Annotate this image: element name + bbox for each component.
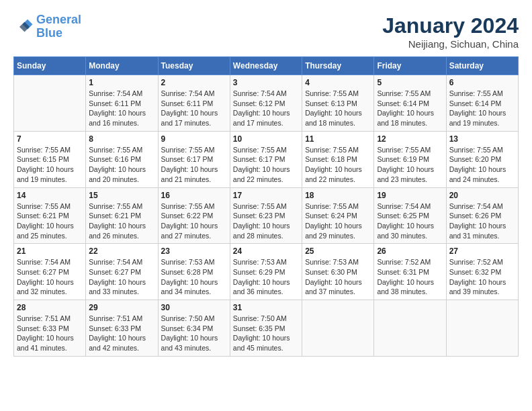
day-number: 19 xyxy=(377,191,443,200)
day-info: Sunrise: 7:55 AMSunset: 6:15 PMDaylight:… xyxy=(17,145,83,185)
day-info: Sunrise: 7:54 AMSunset: 6:11 PMDaylight:… xyxy=(161,89,227,128)
day-info: Sunrise: 7:54 AMSunset: 6:25 PMDaylight:… xyxy=(377,201,443,241)
weekday-header: Tuesday xyxy=(158,57,230,75)
day-info: Sunrise: 7:55 AMSunset: 6:23 PMDaylight:… xyxy=(233,201,299,241)
day-number: 11 xyxy=(305,134,371,144)
day-number: 15 xyxy=(89,191,154,200)
weekday-header: Thursday xyxy=(302,57,374,75)
calendar-cell: 26Sunrise: 7:52 AMSunset: 6:31 PMDayligh… xyxy=(374,244,446,300)
day-info: Sunrise: 7:55 AMSunset: 6:22 PMDaylight:… xyxy=(161,201,227,241)
day-info: Sunrise: 7:54 AMSunset: 6:12 PMDaylight:… xyxy=(233,89,299,128)
calendar-cell: 9Sunrise: 7:55 AMSunset: 6:17 PMDaylight… xyxy=(158,131,230,187)
day-info: Sunrise: 7:55 AMSunset: 6:14 PMDaylight:… xyxy=(377,89,443,128)
calendar-cell: 14Sunrise: 7:55 AMSunset: 6:21 PMDayligh… xyxy=(14,187,86,244)
logo: General Blue xyxy=(13,13,81,40)
logo-line1: General xyxy=(36,13,81,26)
day-info: Sunrise: 7:55 AMSunset: 6:18 PMDaylight:… xyxy=(305,145,371,185)
logo-text: General Blue xyxy=(36,13,81,40)
day-info: Sunrise: 7:55 AMSunset: 6:13 PMDaylight:… xyxy=(305,89,371,128)
day-number: 28 xyxy=(17,303,83,312)
calendar-cell xyxy=(302,300,374,357)
calendar-cell: 31Sunrise: 7:50 AMSunset: 6:35 PMDayligh… xyxy=(230,300,302,357)
weekday-row: SundayMondayTuesdayWednesdayThursdayFrid… xyxy=(14,57,519,75)
calendar-week-row: 14Sunrise: 7:55 AMSunset: 6:21 PMDayligh… xyxy=(14,187,519,244)
page-header: General Blue January 2024 Neijiang, Sich… xyxy=(13,13,519,50)
calendar-cell: 1Sunrise: 7:54 AMSunset: 6:11 PMDaylight… xyxy=(86,75,158,132)
calendar-cell: 8Sunrise: 7:55 AMSunset: 6:16 PMDaylight… xyxy=(86,131,158,187)
calendar-cell: 30Sunrise: 7:50 AMSunset: 6:34 PMDayligh… xyxy=(158,300,230,357)
day-number: 13 xyxy=(449,134,515,144)
day-number: 27 xyxy=(449,246,515,256)
calendar-cell: 21Sunrise: 7:54 AMSunset: 6:27 PMDayligh… xyxy=(14,244,86,300)
calendar-header: SundayMondayTuesdayWednesdayThursdayFrid… xyxy=(14,57,519,75)
month-title: January 2024 xyxy=(382,13,519,38)
calendar-cell: 3Sunrise: 7:54 AMSunset: 6:12 PMDaylight… xyxy=(230,75,302,132)
calendar-cell xyxy=(446,300,518,357)
calendar-cell: 6Sunrise: 7:55 AMSunset: 6:14 PMDaylight… xyxy=(446,75,518,132)
logo-line2: Blue xyxy=(36,26,62,40)
location: Neijiang, Sichuan, China xyxy=(382,38,519,50)
day-info: Sunrise: 7:51 AMSunset: 6:33 PMDaylight:… xyxy=(17,314,83,353)
calendar-cell: 10Sunrise: 7:55 AMSunset: 6:17 PMDayligh… xyxy=(230,131,302,187)
day-info: Sunrise: 7:55 AMSunset: 6:17 PMDaylight:… xyxy=(161,145,227,185)
calendar-table: SundayMondayTuesdayWednesdayThursdayFrid… xyxy=(13,56,519,357)
day-number: 31 xyxy=(233,303,299,312)
weekday-header: Sunday xyxy=(14,57,86,75)
calendar-cell: 28Sunrise: 7:51 AMSunset: 6:33 PMDayligh… xyxy=(14,300,86,357)
day-info: Sunrise: 7:54 AMSunset: 6:11 PMDaylight:… xyxy=(89,89,154,128)
day-number: 18 xyxy=(305,191,371,200)
day-number: 26 xyxy=(377,246,443,256)
calendar-cell: 17Sunrise: 7:55 AMSunset: 6:23 PMDayligh… xyxy=(230,187,302,244)
day-info: Sunrise: 7:55 AMSunset: 6:19 PMDaylight:… xyxy=(377,145,443,185)
day-number: 17 xyxy=(233,191,299,200)
day-info: Sunrise: 7:51 AMSunset: 6:33 PMDaylight:… xyxy=(89,314,154,353)
day-number: 20 xyxy=(449,191,515,200)
day-number: 12 xyxy=(377,134,443,144)
day-number: 2 xyxy=(161,78,227,87)
calendar-body: 1Sunrise: 7:54 AMSunset: 6:11 PMDaylight… xyxy=(14,75,519,357)
day-info: Sunrise: 7:55 AMSunset: 6:16 PMDaylight:… xyxy=(89,145,154,185)
calendar-cell: 25Sunrise: 7:53 AMSunset: 6:30 PMDayligh… xyxy=(302,244,374,300)
calendar-cell: 15Sunrise: 7:55 AMSunset: 6:21 PMDayligh… xyxy=(86,187,158,244)
day-info: Sunrise: 7:54 AMSunset: 6:27 PMDaylight:… xyxy=(89,257,154,297)
weekday-header: Saturday xyxy=(446,57,518,75)
calendar-cell: 16Sunrise: 7:55 AMSunset: 6:22 PMDayligh… xyxy=(158,187,230,244)
day-number: 14 xyxy=(17,191,83,200)
day-number: 7 xyxy=(17,134,83,144)
day-number: 3 xyxy=(233,78,299,87)
day-info: Sunrise: 7:50 AMSunset: 6:34 PMDaylight:… xyxy=(161,314,227,353)
day-info: Sunrise: 7:52 AMSunset: 6:31 PMDaylight:… xyxy=(377,257,443,297)
day-number: 22 xyxy=(89,246,154,256)
calendar-cell: 7Sunrise: 7:55 AMSunset: 6:15 PMDaylight… xyxy=(14,131,86,187)
day-number: 5 xyxy=(377,78,443,87)
calendar-cell: 12Sunrise: 7:55 AMSunset: 6:19 PMDayligh… xyxy=(374,131,446,187)
weekday-header: Monday xyxy=(86,57,158,75)
day-info: Sunrise: 7:55 AMSunset: 6:20 PMDaylight:… xyxy=(449,145,515,185)
day-info: Sunrise: 7:53 AMSunset: 6:29 PMDaylight:… xyxy=(233,257,299,297)
day-info: Sunrise: 7:54 AMSunset: 6:26 PMDaylight:… xyxy=(449,201,515,241)
day-number: 1 xyxy=(89,78,154,87)
calendar-cell xyxy=(374,300,446,357)
logo-icon xyxy=(13,17,34,37)
calendar-cell: 18Sunrise: 7:55 AMSunset: 6:24 PMDayligh… xyxy=(302,187,374,244)
day-number: 23 xyxy=(161,246,227,256)
calendar-cell: 11Sunrise: 7:55 AMSunset: 6:18 PMDayligh… xyxy=(302,131,374,187)
calendar-cell: 24Sunrise: 7:53 AMSunset: 6:29 PMDayligh… xyxy=(230,244,302,300)
title-block: January 2024 Neijiang, Sichuan, China xyxy=(382,13,519,50)
day-info: Sunrise: 7:52 AMSunset: 6:32 PMDaylight:… xyxy=(449,257,515,297)
calendar-week-row: 21Sunrise: 7:54 AMSunset: 6:27 PMDayligh… xyxy=(14,244,519,300)
day-number: 29 xyxy=(89,303,154,312)
calendar-cell: 19Sunrise: 7:54 AMSunset: 6:25 PMDayligh… xyxy=(374,187,446,244)
day-number: 6 xyxy=(449,78,515,87)
day-number: 30 xyxy=(161,303,227,312)
calendar-cell: 29Sunrise: 7:51 AMSunset: 6:33 PMDayligh… xyxy=(86,300,158,357)
weekday-header: Friday xyxy=(374,57,446,75)
day-info: Sunrise: 7:53 AMSunset: 6:28 PMDaylight:… xyxy=(161,257,227,297)
day-info: Sunrise: 7:55 AMSunset: 6:21 PMDaylight:… xyxy=(89,201,154,241)
day-number: 9 xyxy=(161,134,227,144)
day-info: Sunrise: 7:54 AMSunset: 6:27 PMDaylight:… xyxy=(17,257,83,297)
calendar-cell: 27Sunrise: 7:52 AMSunset: 6:32 PMDayligh… xyxy=(446,244,518,300)
day-info: Sunrise: 7:55 AMSunset: 6:21 PMDaylight:… xyxy=(17,201,83,241)
calendar-cell xyxy=(14,75,86,132)
day-number: 16 xyxy=(161,191,227,200)
